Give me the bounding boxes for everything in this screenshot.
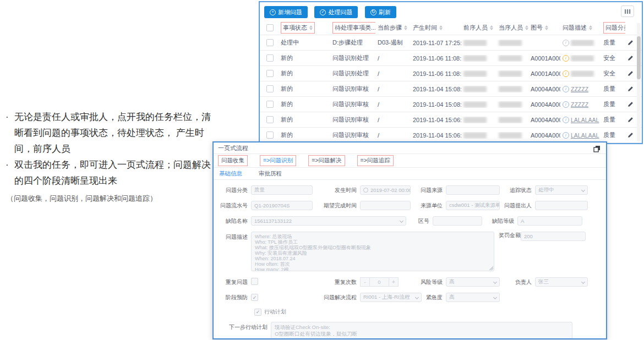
header-category[interactable]: 问题分类 (601, 22, 625, 34)
resize-grip-icon[interactable] (489, 266, 493, 270)
process-select[interactable]: RI001 - 上海-RI流程 (360, 293, 422, 302)
redacted-desc (571, 70, 594, 77)
penalty-field[interactable]: 200 (521, 232, 586, 241)
desc-link[interactable]: ZZZZZ (571, 86, 588, 92)
header-current-step[interactable]: 当前步骤 (375, 24, 411, 32)
sort-icon[interactable] (439, 25, 443, 30)
add-problem-button[interactable]: +新增问题 (264, 6, 308, 18)
stage-identify[interactable]: =>问题识别 (260, 155, 296, 166)
repeat-count-stepper[interactable]: - 0 + (360, 277, 411, 287)
stepper-plus-button[interactable]: + (389, 277, 399, 287)
red-annotation-box: 事项状态 (281, 22, 315, 34)
process-problem-button[interactable]: ✓处理问题 (314, 6, 358, 18)
redacted-cur-person (499, 55, 522, 62)
cell-category: 质量 (601, 39, 625, 47)
edit-pencil-icon[interactable] (627, 70, 634, 76)
header-code[interactable]: 图号 (528, 24, 560, 32)
prevent-checkbox[interactable] (251, 294, 258, 301)
table-scrollbar[interactable] (637, 23, 641, 141)
label-defect-name: 缺陷名称 (220, 217, 251, 225)
copy-icon[interactable] (593, 145, 601, 156)
serial-field[interactable]: Q1-20190704S (251, 201, 313, 210)
row-checkbox[interactable] (266, 116, 274, 123)
problem-desc-textarea[interactable]: Where: 总装现场 Who: TPL 操作员工 What: 接压缩机端双O型… (251, 232, 494, 271)
sort-icon[interactable] (545, 25, 548, 30)
row-checkbox[interactable] (266, 85, 274, 92)
defect-level-field[interactable]: A (517, 216, 582, 226)
header-todo-type[interactable]: 待处理事项类... (330, 22, 375, 34)
desc-link[interactable]: LALALAAL (571, 117, 599, 123)
cell-todo: 问题识别处理 (330, 54, 375, 62)
sort-icon[interactable] (589, 25, 592, 30)
redacted-cur-person (499, 132, 522, 139)
row-checkbox[interactable] (266, 101, 274, 108)
desc-link[interactable]: LALALAAL (571, 132, 599, 139)
refresh-button[interactable]: ↻刷新 (365, 6, 396, 18)
owner-select[interactable]: 张三 (535, 277, 588, 287)
edit-pencil-icon[interactable] (627, 86, 634, 92)
cell-category: 质量 (601, 131, 625, 139)
row-checkbox[interactable] (266, 131, 274, 139)
header-prev-person[interactable]: 前序人员 (461, 24, 496, 32)
warning-icon (563, 70, 569, 77)
sort-icon[interactable] (490, 25, 493, 30)
source-field[interactable] (446, 185, 500, 195)
edit-pencil-icon[interactable] (627, 40, 634, 46)
source-unit-select[interactable]: csdw001 - 测试来源单位1 (446, 201, 500, 210)
screen: · 无论是责任人或审批人，点开我的任务栏位，清晰看到问题的事项状态，待处理状态，… (0, 0, 644, 340)
stepper-minus-button[interactable]: - (360, 277, 370, 287)
sort-icon[interactable] (309, 25, 313, 30)
stage-solve[interactable]: =>问题解决 (308, 155, 345, 166)
label-penalty: 奖罚金额 (499, 232, 521, 239)
check-circle-icon: ✓ (320, 9, 326, 15)
header-desc[interactable]: 问题描述 (560, 24, 601, 32)
redacted-prev-person (463, 132, 487, 139)
table-row[interactable]: 新的 问题识别处理 / 2019-11-06 11:08:35 A0001A00… (260, 66, 642, 81)
row-checkbox[interactable] (266, 54, 274, 62)
edit-pencil-icon[interactable] (627, 132, 634, 138)
repeat-checkbox[interactable] (251, 278, 258, 285)
edit-pencil-icon[interactable] (627, 117, 634, 123)
redacted-cur-person (499, 86, 522, 92)
stage-collect[interactable]: 问题收集 (218, 155, 248, 166)
proposer-field[interactable] (535, 201, 588, 210)
urgency-select[interactable]: 高 (446, 293, 500, 302)
redacted-cur-person (499, 101, 522, 108)
table-row[interactable]: 新的 问题识别审核 / 2019-11-04 15:08:40 A0004A00… (260, 97, 642, 112)
cell-code: A0001A000 (528, 70, 560, 77)
label-occur-time: 发生时间 (317, 187, 360, 194)
label-defect-level: 缺陷等级 (487, 217, 517, 225)
category-field[interactable]: 质量 (251, 185, 313, 195)
table-row[interactable]: 处理中 D:步骤处理 D03-遏制 2019-11-07 17:25:40 质量 (260, 35, 642, 51)
cell-step: / (375, 86, 411, 92)
tab-basic-info[interactable]: 基础信息 (219, 170, 242, 178)
select-all-checkbox[interactable] (266, 24, 274, 31)
edit-pencil-icon[interactable] (627, 101, 634, 107)
defect-name-select[interactable]: 1561137133122 (251, 216, 406, 226)
stage-track[interactable]: =>问题追踪 (357, 155, 394, 166)
column-settings-button[interactable] (621, 6, 634, 17)
row-checkbox[interactable] (266, 39, 274, 46)
risk-select[interactable]: 高 (446, 277, 500, 287)
header-status[interactable]: 事项状态 (279, 22, 330, 34)
desc-link[interactable]: ZZZZZ (571, 101, 588, 108)
action-plan-checkbox[interactable] (254, 309, 261, 316)
expect-time-field[interactable] (360, 201, 411, 210)
sort-icon[interactable] (404, 25, 407, 30)
info-icon (563, 117, 569, 123)
tab-approval-history[interactable]: 审批历程 (259, 170, 282, 178)
occur-time-field[interactable]: 2019-07-02 00:00 (360, 185, 411, 195)
next-action-textarea[interactable]: 现场验证Check On-site: O型圈断口处有切边现象，疑似刀断 (271, 322, 572, 339)
table-row[interactable]: 新的 问题识别审核 / 2019-11-04 15:06:49 A0004A00… (260, 128, 642, 143)
cell-code: A0004A000 (528, 86, 560, 92)
table-row[interactable]: 新的 问题识别审核 / 2019-11-04 15:08:40 A0004A00… (260, 81, 642, 97)
scrollbar-thumb[interactable] (637, 36, 641, 79)
table-row[interactable]: 新的 问题识别处理 / 2019-11-06 11:08:35 A0001A00… (260, 51, 642, 66)
header-cur-person[interactable]: 当序人员 (496, 24, 528, 32)
edit-pencil-icon[interactable] (627, 55, 634, 61)
track-status-select[interactable]: 处理中 (535, 185, 588, 195)
area-code-field[interactable] (433, 216, 482, 226)
table-row[interactable]: 新的 问题识别审核 / 2019-11-04 15:06:49 A0004A00… (260, 112, 642, 128)
header-create-time[interactable]: 产生时间 (411, 24, 461, 32)
row-checkbox[interactable] (266, 70, 274, 77)
